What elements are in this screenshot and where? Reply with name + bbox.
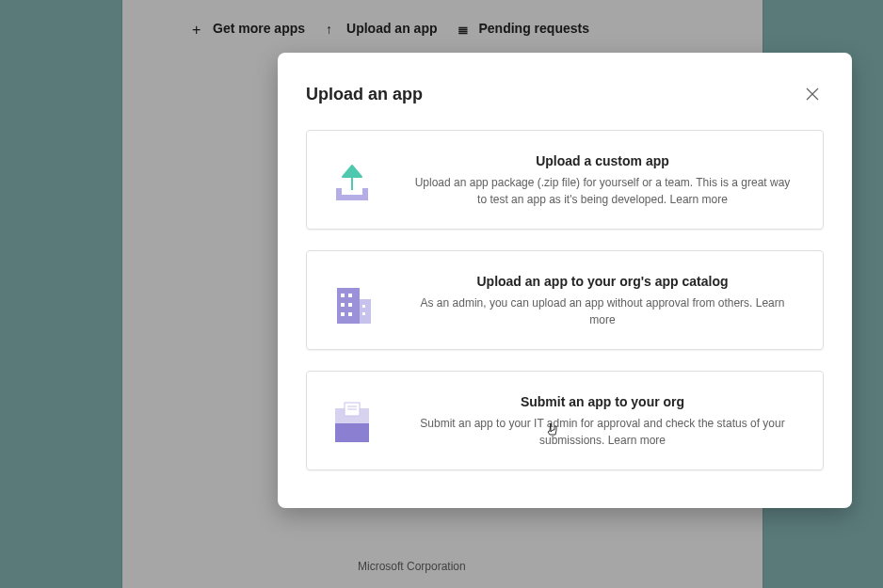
card-title: Upload an app to your org's app catalog: [401, 274, 804, 289]
card-desc-text: As an admin, you can upload an app witho…: [421, 296, 756, 310]
svg-rect-4: [341, 303, 345, 307]
close-button[interactable]: [801, 83, 824, 105]
building-icon: [326, 275, 378, 327]
upload-custom-icon: [326, 154, 378, 207]
card-body: Submit an app to your org Submit an app …: [401, 394, 804, 449]
card-body: Upload a custom app Upload an app packag…: [401, 153, 804, 208]
modal-header: Upload an app: [278, 83, 852, 130]
svg-rect-10: [335, 423, 369, 442]
svg-rect-2: [341, 294, 345, 297]
close-icon: [806, 87, 819, 101]
svg-rect-9: [362, 312, 365, 315]
modal-title: Upload an app: [306, 85, 423, 104]
app-window: Get more apps Upload an app Pending requ…: [122, 0, 763, 588]
svg-rect-5: [348, 303, 352, 307]
card-desc: As an admin, you can upload an app witho…: [414, 294, 791, 328]
card-title: Upload a custom app: [401, 153, 804, 168]
card-desc: Upload an app package (.zip file) for yo…: [414, 174, 791, 208]
learn-more-link[interactable]: Learn more: [670, 193, 728, 206]
card-desc-text: Submit an app to your IT admin for appro…: [420, 417, 784, 447]
card-title: Submit an app to your org: [401, 394, 804, 409]
upload-org-catalog-card[interactable]: Upload an app to your org's app catalog …: [306, 250, 824, 350]
svg-rect-8: [362, 305, 365, 308]
card-desc-text: Upload an app package (.zip file) for yo…: [415, 176, 791, 206]
svg-rect-6: [341, 312, 345, 316]
svg-rect-3: [348, 294, 352, 297]
svg-rect-1: [360, 299, 371, 324]
svg-rect-7: [348, 312, 352, 316]
card-desc: Submit an app to your IT admin for appro…: [414, 415, 791, 449]
upload-modal: Upload an app Upload a custom app Upload…: [278, 53, 852, 508]
submit-to-org-card[interactable]: Submit an app to your org Submit an app …: [306, 371, 824, 470]
learn-more-link[interactable]: Learn more: [608, 434, 666, 447]
card-body: Upload an app to your org's app catalog …: [401, 274, 804, 328]
inbox-icon: [326, 395, 378, 448]
upload-custom-app-card[interactable]: Upload a custom app Upload an app packag…: [306, 130, 824, 230]
